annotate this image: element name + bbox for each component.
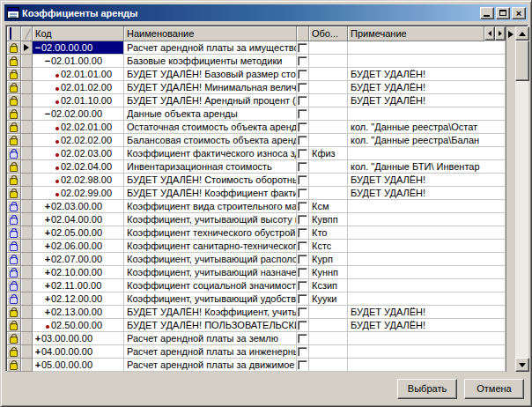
row-checkbox[interactable] [298,347,307,357]
name-cell[interactable]: Данные объекта аренды [124,107,297,121]
table-row[interactable]: + 02.12.00.00 Коэффициент, учитывающий у… [7,292,506,306]
table-row[interactable]: 02.02.02.00 Балансовая стоимость объекта… [7,134,506,147]
row-checkbox[interactable] [298,56,307,66]
obo-cell[interactable] [309,81,348,94]
select-button[interactable]: Выбрать [397,379,457,399]
tree-toggle[interactable]: + [44,254,51,265]
table-row[interactable]: − 02.00.00.00 Расчет арендной платы за и… [7,41,506,55]
table-row[interactable]: − 02.01.00.00 Базовые коэффициенты метод… [7,55,506,68]
row-checkbox[interactable] [298,307,307,317]
code-cell[interactable]: 02.01.10.00 [33,94,124,107]
tree-toggle[interactable]: + [44,307,51,318]
row-checkbox[interactable] [298,255,307,264]
note-cell[interactable]: БУДЕТ УДАЛЁН! [348,319,506,332]
row-checkbox[interactable] [298,268,307,278]
code-cell[interactable]: − 02.01.00.00 [33,55,124,68]
name-cell[interactable]: БУДЕТ УДАЛЁН! Стоимость оборотных средст… [124,174,297,187]
title-bar[interactable]: Коэффициенты аренды × [4,4,528,21]
close-button[interactable]: × [512,7,526,19]
note-cell[interactable] [348,332,506,345]
table-row[interactable]: + 02.07.00.00 Коэффициент, учитывающий р… [7,253,506,266]
row-checkbox[interactable] [298,149,307,159]
scrollbar-down-button[interactable] [515,358,529,372]
name-cell[interactable]: Коэффициент вида строительного материала [124,200,297,213]
name-cell[interactable]: БУДЕТ УДАЛЁН! Коэффициент фактического и… [124,187,297,200]
table-row[interactable]: 02.02.04.00 Инвентаризационная стоимость… [7,160,506,174]
row-checkbox[interactable] [298,241,307,251]
code-cell[interactable]: + 02.03.00.00 [33,200,124,213]
code-cell[interactable]: + 02.10.00.00 [33,266,124,279]
table-row[interactable]: − 02.02.00.00 Данные объекта аренды [7,107,506,121]
name-cell[interactable]: Балансовая стоимость объекта аренды [124,134,297,147]
note-cell[interactable] [348,107,506,121]
name-cell[interactable]: БУДЕТ УДАЛЁН! Базовый размер стоимости с… [124,68,297,81]
code-cell[interactable]: 02.50.00.00 [33,319,124,332]
name-cell[interactable]: Коэффициент, учитывающий удобство коммер… [124,292,297,306]
name-cell[interactable]: Коэффициент санитарно-технического состо… [124,240,297,253]
cancel-button[interactable]: Отмена [464,379,524,399]
note-cell[interactable] [348,226,506,240]
tree-toggle[interactable]: − [34,42,41,54]
header-code[interactable]: Код [33,26,124,41]
tree-toggle[interactable]: + [34,346,41,358]
code-cell[interactable]: 02.02.02.00 [33,134,124,147]
row-checkbox[interactable] [298,215,307,225]
tree-toggle[interactable]: + [44,267,51,278]
table-row[interactable]: 02.02.98.00 БУДЕТ УДАЛЁН! Стоимость обор… [7,174,506,187]
note-cell[interactable] [348,292,506,306]
row-checkbox[interactable] [298,43,307,53]
table-row[interactable]: + 04.00.00.00 Расчет арендной платы за и… [7,345,506,359]
code-cell[interactable]: 02.02.98.00 [33,174,124,187]
note-cell[interactable] [348,200,506,213]
note-cell[interactable]: кол. "Данные реестра\Остат [348,121,506,134]
table-row[interactable]: 02.50.00.00 БУДЕТ УДАЛЁН! ПОЛЬЗОВАТЕЛЬСК… [7,319,506,332]
obo-cell[interactable]: Кууки [309,292,348,306]
note-cell[interactable] [348,345,506,359]
row-checkbox[interactable] [298,202,307,211]
row-checkbox[interactable] [298,70,307,79]
table-row[interactable]: 02.02.03.00 Коэффициент фактического изн… [7,147,506,160]
note-cell[interactable] [348,359,506,372]
note-cell[interactable]: БУДЕТ УДАЛЁН! [348,187,506,200]
obo-cell[interactable] [309,107,348,121]
table-row[interactable]: 02.02.01.00 Остаточная стоимость объекта… [7,121,506,134]
row-checkbox[interactable] [298,281,307,291]
header-name[interactable]: Наименование [124,26,297,41]
tree-toggle[interactable]: + [34,359,41,371]
header-scroll-right-button[interactable] [495,26,506,41]
note-cell[interactable] [348,279,506,292]
code-cell[interactable]: + 02.13.00.00 [33,306,124,319]
note-cell[interactable] [348,41,506,55]
code-cell[interactable]: + 05.00.00.00 [33,359,124,372]
tree-toggle[interactable]: + [44,293,51,305]
obo-cell[interactable] [309,345,348,359]
row-checkbox[interactable] [298,109,307,119]
note-cell[interactable] [348,55,506,68]
code-cell[interactable]: 02.01.01.00 [33,68,124,81]
code-cell[interactable]: 02.02.01.00 [33,121,124,134]
row-checkbox[interactable] [298,321,307,330]
row-checkbox[interactable] [298,122,307,132]
row-checkbox[interactable] [298,175,307,185]
note-cell[interactable]: кол. "Данные БТИ\ Инвентар [348,160,506,174]
obo-cell[interactable]: Кстс [309,240,348,253]
obo-cell[interactable] [309,306,348,319]
code-cell[interactable]: + 03.00.00.00 [33,332,124,345]
tree-toggle[interactable]: + [44,227,51,239]
table-row[interactable]: + 02.03.00.00 Коэффициент вида строитель… [7,200,506,213]
table-row[interactable]: + 05.00.00.00 Расчет арендной платы за д… [7,359,506,372]
code-cell[interactable]: + 04.00.00.00 [33,345,124,359]
band-expand-icon[interactable] [508,31,514,38]
minimize-button[interactable] [480,7,494,19]
obo-cell[interactable]: Курп [309,253,348,266]
table-row[interactable]: 02.01.10.00 БУДЕТ УДАЛЁН! Арендный проце… [7,94,506,107]
header-properties-cell[interactable] [7,26,21,41]
obo-cell[interactable]: Куннп [309,266,348,279]
obo-cell[interactable] [309,174,348,187]
tree-toggle[interactable]: + [44,240,51,252]
code-cell[interactable]: 02.01.02.00 [33,81,124,94]
table-row[interactable]: + 03.00.00.00 Расчет арендной платы за з… [7,332,506,345]
obo-cell[interactable]: Кфиз [309,147,348,160]
header-note[interactable]: Примечание [348,26,484,41]
note-cell[interactable] [348,266,506,279]
